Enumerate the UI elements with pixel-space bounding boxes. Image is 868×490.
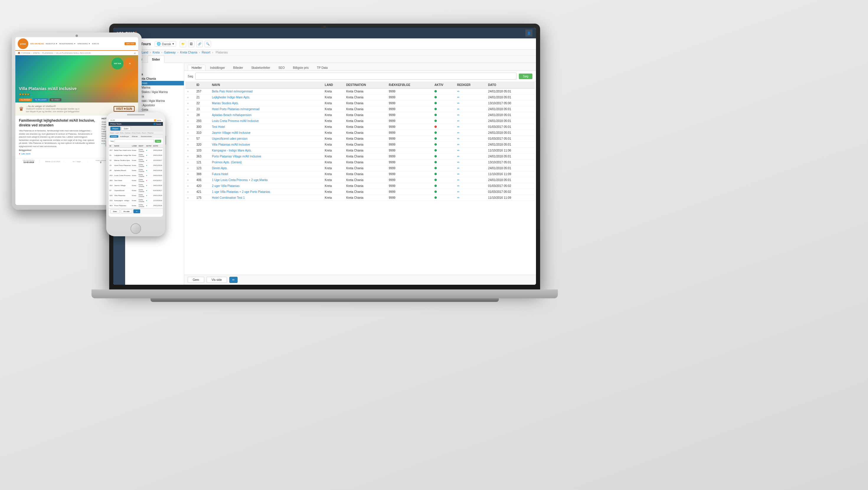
hotel-tab-seo[interactable]: SEO (275, 65, 288, 71)
cms-folder-icon[interactable]: 📁 (180, 41, 186, 47)
gem-button[interactable]: Gem (188, 277, 204, 283)
drag-handle[interactable]: ≡ (185, 183, 195, 189)
edit-pencil-icon[interactable]: ✏ (457, 161, 460, 164)
edit-pencil-icon[interactable]: ✏ (457, 178, 460, 182)
hotel-name-link[interactable]: Proimos Apts. (Gerani) (212, 161, 242, 164)
phone-tab-indstillinger[interactable]: Indstillinger (119, 135, 130, 138)
hotel-name-link[interactable]: Uspecificeret uden pension (212, 137, 248, 140)
drag-handle[interactable]: ≡ (185, 195, 195, 201)
phone-tab-hoteller[interactable]: Hoteller (110, 135, 118, 138)
cms-search-icon[interactable]: 🔍 (205, 41, 211, 47)
drag-handle[interactable]: ≡ (185, 189, 195, 195)
drag-handle[interactable]: ≡ (185, 177, 195, 183)
drag-handle[interactable]: ≡ (185, 136, 195, 142)
edit-pencil-icon[interactable]: ✏ (457, 184, 460, 188)
nav-redestua[interactable]: REDESTUA ▼ (46, 43, 58, 45)
edit-pencil-icon[interactable]: ✏ (457, 102, 460, 105)
hotel-name-link[interactable]: Louis Creta Princess m/All Inclusive (212, 119, 259, 122)
hotel-name-link[interactable]: Marias Studios Apts. (212, 102, 239, 105)
edit-pencil-icon[interactable]: ✏ (457, 96, 460, 99)
phone-gem-button[interactable]: Gem (111, 209, 120, 213)
hotel-name-link[interactable]: Test Hotel (212, 125, 225, 128)
read-more-link[interactable]: ● Læs mere (19, 152, 96, 155)
drag-handle[interactable]: ≡ (185, 171, 195, 177)
drag-handle[interactable]: ≡ (185, 124, 195, 130)
edit-pencil-icon[interactable]: ✏ (457, 113, 460, 117)
hotel-tab-hoteller[interactable]: Hoteller (188, 65, 206, 71)
cms-image-icon[interactable]: 🖼 (188, 41, 194, 47)
drag-handle[interactable]: ≡ (185, 148, 195, 153)
drag-handle[interactable]: ≡ (185, 153, 195, 160)
nav-button[interactable]: SØG HER (125, 42, 136, 45)
phone-search-input[interactable] (115, 139, 154, 143)
drag-handle[interactable]: ≡ (185, 94, 195, 100)
phone-tab-skabelon[interactable]: Skabelonfelter (140, 135, 153, 138)
user-icon-btn[interactable]: 👤 (525, 30, 532, 37)
hotel-name-link[interactable]: Kampagne - Indigo Mare Apts. (212, 149, 252, 152)
hotel-tab-billeder[interactable]: Billeder (229, 65, 247, 71)
hotel-tab-billigste[interactable]: Billigste pris (289, 65, 312, 71)
drag-handle[interactable]: ≡ (185, 88, 195, 94)
nav-kom-os[interactable]: KOM OS (92, 43, 99, 45)
hero-btn-billeder[interactable]: TIL BILLEDER (33, 98, 48, 101)
drag-handle[interactable]: ≡ (185, 160, 195, 165)
vis-side-button[interactable]: Vis side (207, 277, 227, 283)
edit-pencil-icon[interactable]: ✏ (457, 131, 460, 135)
hotel-name-link[interactable]: Jasmin Village m/All Inclusive (212, 131, 251, 135)
drag-handle[interactable]: ≡ (185, 100, 195, 106)
breadcrumb-land[interactable]: Land (142, 51, 148, 54)
breadcrumb-kreta-chania[interactable]: Kreta Chania (180, 51, 197, 54)
phone-home-button[interactable] (130, 223, 141, 234)
print-icon[interactable]: 🖨 (134, 52, 136, 54)
hotel-tab-tp-data[interactable]: TP Data (313, 65, 332, 71)
edit-pencil-icon[interactable]: ✏ (457, 155, 460, 158)
hotel-name-link[interactable]: Villa Platanias m/All Inclusive (212, 143, 250, 146)
hotel-name-link[interactable]: Lejligheder Indigo Mare Apts. (212, 96, 250, 99)
phone-vis-side-button[interactable]: Vis side (121, 209, 132, 213)
phone-nav-sider[interactable]: Sider (122, 127, 130, 131)
search-button[interactable]: Søg (519, 74, 532, 79)
hotel-tab-skabelonfelter[interactable]: Skabelonfelter (247, 65, 274, 71)
hotel-name-link[interactable]: Dimitri Apts. (212, 167, 227, 170)
drag-handle[interactable]: ≡ (185, 106, 195, 112)
nav-afbooking[interactable]: AFBOOKING ▼ (77, 43, 90, 45)
web-bc-platanias[interactable]: PLATANIAS (42, 52, 53, 54)
edit-pencil-icon[interactable]: ✏ (457, 149, 460, 152)
tab-sider[interactable]: Sider (148, 56, 165, 63)
hero-btn-priser[interactable]: TIL PRISER (19, 98, 32, 101)
hotel-name-link[interactable]: Hotel Combination Test 1 (212, 196, 245, 199)
edit-pencil-icon[interactable]: ✏ (457, 167, 460, 170)
hotel-name-link[interactable]: Porto Platanias Village m/All Inclusive (212, 155, 261, 158)
edit-pencil-icon[interactable]: ✏ (457, 196, 460, 199)
edit-pencil-icon[interactable]: ✏ (457, 90, 460, 93)
edit-pencil-icon[interactable]: ✏ (457, 125, 460, 128)
hotel-name-link[interactable]: 1 uge Villa Platanias + 2 uge Porto Plat… (212, 190, 270, 194)
breadcrumb-kreta[interactable]: Kreta (153, 51, 160, 54)
edit-pencil-icon[interactable]: ✏ (457, 108, 460, 111)
edit-pencil-icon[interactable]: ✏ (457, 172, 460, 176)
search-input[interactable] (195, 73, 516, 80)
hotel-tab-indstillinger[interactable]: Indstillinger (206, 65, 229, 71)
phone-edit-button[interactable]: ✏ (133, 209, 140, 213)
hotel-name-link[interactable]: Apladas Beach m/halvpension (212, 113, 252, 117)
cms-language-selector[interactable]: 🌐 Dansk ▾ (155, 41, 176, 47)
drag-handle[interactable]: ≡ (185, 130, 195, 136)
nav-reservering[interactable]: RESERVERRING ▼ (59, 43, 76, 45)
hero-btn-video[interactable]: SE VIDEO (50, 98, 61, 101)
drag-handle[interactable]: ≡ (185, 165, 195, 171)
edit-icon-button[interactable]: ✏ (229, 277, 238, 283)
hotel-name-link[interactable]: Hotel Porto Platanias m/morgenmad (212, 108, 259, 111)
cms-link-icon[interactable]: 🔗 (196, 41, 203, 47)
hotel-name-link[interactable]: Bella Pais Hotel m/morgenmad (212, 90, 253, 93)
edit-pencil-icon[interactable]: ✏ (457, 137, 460, 140)
drag-handle[interactable]: ≡ (185, 118, 195, 124)
phone-tab-billeder[interactable]: Billeder (131, 135, 139, 138)
web-bc-kreta[interactable]: KRETA (33, 52, 39, 54)
breadcrumb-resort[interactable]: Resort (202, 51, 210, 54)
hotel-name-link[interactable]: Futura Hotel (212, 172, 228, 176)
edit-pencil-icon[interactable]: ✏ (457, 190, 460, 194)
edit-pencil-icon[interactable]: ✏ (457, 143, 460, 146)
web-bc-forside[interactable]: FORSIDE (21, 52, 30, 54)
nav-soeg[interactable]: SØG DIN REJSE (30, 43, 44, 45)
hotel-name-link[interactable]: 2 uger Villa Platanias (212, 184, 240, 188)
